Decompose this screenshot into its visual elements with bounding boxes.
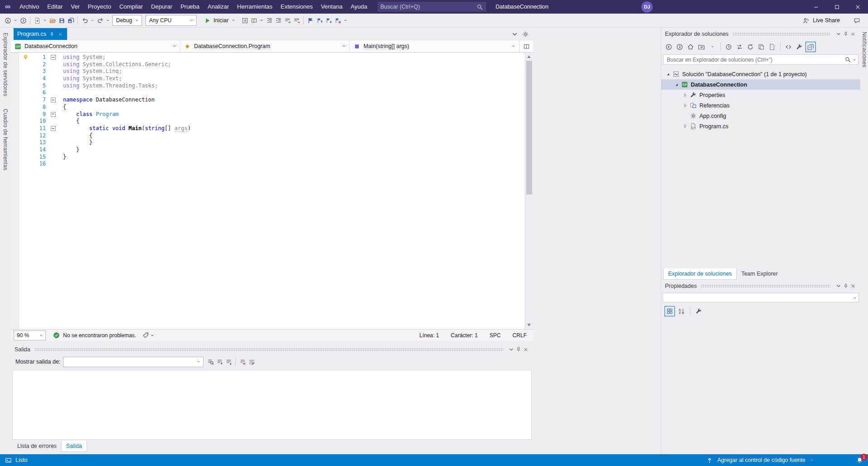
word-wrap-icon[interactable] — [247, 358, 256, 366]
active-files-chevron-down-icon[interactable] — [510, 30, 519, 38]
code-line[interactable]: 15} — [11, 154, 525, 161]
chevron-down-icon[interactable] — [343, 16, 348, 24]
close-icon[interactable] — [849, 30, 857, 38]
properties-panel-header[interactable]: Propiedades — [661, 280, 860, 292]
menu-item-editar[interactable]: Editar — [43, 0, 67, 14]
navigate-forward-icon[interactable] — [675, 42, 684, 52]
search-icon[interactable] — [475, 3, 484, 11]
menu-item-prueba[interactable]: Prueba — [176, 0, 204, 14]
next-message-icon[interactable] — [224, 358, 233, 366]
fold-collapse-box[interactable] — [51, 97, 56, 102]
menu-item-ayuda[interactable]: Ayuda — [347, 0, 372, 14]
toggle-bookmark-icon[interactable] — [306, 16, 315, 24]
code-line[interactable]: 2using System.Collections.Generic; — [11, 61, 525, 68]
close-icon[interactable] — [58, 30, 63, 38]
problems-message[interactable]: No se encontraron problemas. — [63, 332, 136, 339]
menu-item-compilar[interactable]: Compilar — [115, 0, 147, 14]
previous-bookmark-icon[interactable] — [315, 16, 324, 24]
code-line[interactable]: 8{ — [11, 104, 525, 111]
expand-arrow-icon[interactable] — [681, 124, 689, 129]
menu-item-ver[interactable]: Ver — [67, 0, 84, 14]
zoom-dropdown[interactable]: 90 % — [14, 330, 46, 340]
close-icon[interactable] — [849, 282, 857, 290]
close-icon[interactable] — [522, 345, 529, 354]
clear-all-icon[interactable] — [238, 358, 247, 366]
chevron-down-icon[interactable] — [90, 16, 95, 24]
live-share-icon[interactable] — [802, 16, 810, 24]
menu-item-archivo[interactable]: Archivo — [15, 0, 43, 14]
notification-count-badge[interactable]: 1 — [861, 454, 867, 460]
project-dropdown[interactable]: C# DatabaseConnection — [11, 40, 180, 52]
output-content[interactable] — [12, 370, 532, 440]
navigate-forward-icon[interactable] — [19, 16, 27, 24]
scroll-down-arrow-icon[interactable] — [527, 324, 531, 326]
publish-up-arrow-icon[interactable] — [705, 456, 713, 464]
member-dropdown[interactable]: Main(string[] args) — [350, 40, 519, 52]
navigate-backward-icon[interactable] — [664, 42, 674, 52]
sort-alphabetical-icon[interactable] — [677, 306, 686, 316]
menu-item-analizar[interactable]: Analizar — [204, 0, 233, 14]
window-position-chevron-down-icon[interactable] — [508, 345, 515, 354]
scroll-up-arrow-icon[interactable] — [527, 55, 531, 58]
open-file-icon[interactable] — [48, 16, 57, 24]
fold-collapse-box[interactable] — [51, 126, 56, 131]
list-members-icon[interactable] — [241, 16, 249, 24]
document-tab-program-cs[interactable]: Program.cs — [14, 28, 67, 40]
search-icon[interactable] — [844, 56, 852, 64]
window-position-chevron-down-icon[interactable] — [835, 282, 842, 290]
code-line[interactable]: 9 class Program — [11, 111, 525, 118]
code-line[interactable]: 5using System.Threading.Tasks; — [11, 83, 525, 90]
line-ending-indicator[interactable]: CRLF — [513, 332, 527, 339]
menu-item-ventana[interactable]: Ventana — [317, 0, 347, 14]
panel-drag-grip[interactable] — [35, 348, 503, 351]
code-health-icon[interactable] — [141, 331, 150, 340]
fold-collapse-box[interactable] — [51, 112, 56, 117]
notifications-button[interactable]: 1 — [854, 455, 864, 465]
panel-drag-grip[interactable] — [733, 33, 830, 35]
code-line[interactable]: 10 { — [11, 118, 525, 125]
home-icon[interactable] — [686, 42, 695, 52]
next-bookmark-icon[interactable] — [325, 16, 333, 24]
collapse-all-icon[interactable] — [805, 42, 816, 52]
new-project-icon[interactable] — [33, 16, 41, 24]
solution-explorer-header[interactable]: Explorador de soluciones — [661, 28, 860, 40]
notifications-tab[interactable]: Notificaciones — [861, 32, 868, 68]
pin-icon[interactable] — [515, 345, 522, 354]
redo-icon[interactable] — [96, 16, 104, 24]
avatar[interactable]: DJ — [641, 1, 653, 13]
pin-icon[interactable] — [842, 282, 849, 290]
panel-drag-grip[interactable] — [701, 285, 830, 287]
expand-arrow-icon[interactable] — [681, 103, 689, 108]
show-all-files-icon[interactable] — [767, 42, 777, 52]
code-editor[interactable]: 1using System;2using System.Collections.… — [11, 53, 533, 329]
tab-salida[interactable]: Salida — [61, 441, 87, 452]
comment-icon[interactable] — [283, 16, 291, 24]
menu-item-depurar[interactable]: Depurar — [147, 0, 176, 14]
code-line[interactable]: 16 — [11, 160, 525, 168]
output-source-dropdown[interactable] — [63, 357, 204, 367]
spaces-indicator[interactable]: SPC — [490, 332, 501, 339]
properties-object-dropdown[interactable] — [663, 293, 859, 302]
vertical-scrollbar[interactable] — [525, 53, 533, 329]
menu-item-extensiones[interactable]: Extensiones — [276, 0, 317, 14]
decrease-indent-icon[interactable] — [265, 16, 273, 24]
feedback-icon[interactable] — [853, 16, 861, 24]
start-button[interactable]: Iniciar — [203, 16, 236, 24]
code-line[interactable]: 7namespace DatabaseConnection — [11, 97, 525, 104]
chevron-down-icon[interactable] — [852, 56, 857, 64]
menu-item-proyecto[interactable]: Proyecto — [84, 0, 115, 14]
minimize-button[interactable] — [805, 0, 826, 14]
chevron-down-icon[interactable] — [150, 331, 155, 340]
code-line[interactable]: 13 } — [11, 139, 525, 146]
code-line[interactable]: 11 static void Main(string[] args) — [11, 125, 525, 132]
solution-explorer-search-input[interactable]: Buscar en Explorador de soluciones (Ctrl… — [663, 54, 858, 65]
code-line[interactable]: 12 { — [11, 132, 525, 140]
tree-item-properties[interactable]: Properties — [661, 90, 860, 100]
tree-item-app-config[interactable]: App.config — [661, 111, 860, 121]
chevron-down-icon[interactable] — [105, 16, 111, 24]
chevron-up-icon[interactable] — [809, 456, 815, 464]
navigate-backward-icon[interactable] — [4, 16, 12, 24]
quick-actions-lightbulb-icon[interactable] — [19, 54, 32, 61]
pending-changes-icon[interactable] — [724, 42, 733, 52]
chevron-down-icon[interactable] — [42, 16, 48, 24]
